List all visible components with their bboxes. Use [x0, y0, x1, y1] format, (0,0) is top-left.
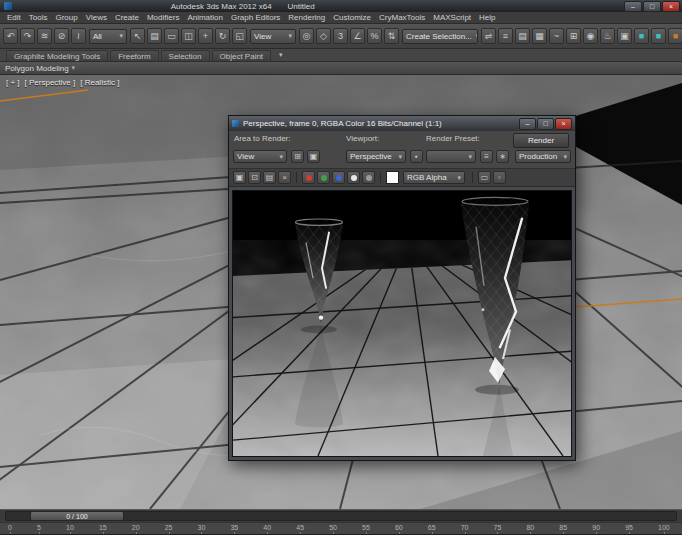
menu-item[interactable]: Edit [3, 13, 25, 22]
ribbon-tab[interactable]: Object Paint [212, 50, 272, 61]
menu-item[interactable]: Animation [183, 13, 227, 22]
red-channel-icon[interactable] [302, 171, 315, 184]
minimize-button[interactable]: – [624, 1, 642, 12]
lock-icon[interactable]: ▪ [410, 150, 423, 163]
ribbon-collapse-button[interactable]: ▾ [279, 51, 283, 59]
alpha-channel-icon[interactable] [362, 171, 375, 184]
undo-icon[interactable]: ↶ [3, 28, 18, 44]
viewport-label-segment[interactable]: [ + ] [6, 78, 20, 87]
image-layers-icon[interactable]: ▫ [493, 171, 506, 184]
menu-item[interactable]: CryMaxTools [375, 13, 429, 22]
selection-filter-dropdown[interactable]: All ▾ [89, 29, 127, 44]
maximize-button[interactable]: □ [643, 1, 661, 12]
edit-region-icon[interactable]: ⊞ [291, 150, 304, 163]
menu-item[interactable]: Views [82, 13, 111, 22]
menu-item[interactable]: Customize [329, 13, 375, 22]
timeline-tick: 100 [658, 523, 670, 534]
graphite-ribbon-icon[interactable]: ▦ [532, 28, 547, 44]
pixel-color-swatch[interactable] [386, 171, 399, 184]
timeline-tick: 95 [625, 523, 633, 534]
channel-dot [306, 175, 312, 181]
crymax-tool-icon-2[interactable]: ■ [651, 28, 666, 44]
color-clipboard-icon[interactable]: ▭ [478, 171, 491, 184]
named-selection-value: Create Selection... [406, 32, 472, 41]
reference-coordinate-dropdown[interactable]: View ▾ [250, 29, 296, 44]
ribbon-tab[interactable]: Freeform [110, 50, 158, 61]
render-setup-icon[interactable]: ≡ [480, 150, 493, 163]
rendered-frame-window-icon[interactable]: ▣ [617, 28, 632, 44]
viewport-dropdown[interactable]: Perspective ▾ [346, 150, 406, 163]
blue-channel-icon[interactable] [332, 171, 345, 184]
select-and-manipulate-icon[interactable]: ◇ [316, 28, 331, 44]
clear-image-icon[interactable]: × [278, 171, 291, 184]
select-and-link-icon[interactable]: ≋ [37, 28, 52, 44]
viewport-label-segment[interactable]: [ Perspective ] [25, 78, 76, 87]
select-and-rotate-icon[interactable]: ↻ [215, 28, 230, 44]
menu-item[interactable]: Graph Editors [227, 13, 284, 22]
window-title: Autodesk 3ds Max 2012 x64 Untitled [171, 2, 315, 11]
select-and-move-icon[interactable]: + [198, 28, 213, 44]
crymax-tool-icon-1[interactable]: ■ [634, 28, 649, 44]
align-icon[interactable]: ≡ [498, 28, 513, 44]
bind-to-space-warp-icon[interactable]: ≀ [71, 28, 86, 44]
use-pivot-center-icon[interactable]: ◎ [299, 28, 314, 44]
angle-snap-icon[interactable]: ∠ [350, 28, 365, 44]
timeline-tick: 80 [526, 523, 534, 534]
area-to-render-dropdown[interactable]: View ▾ [233, 150, 287, 163]
select-by-name-icon[interactable]: ▤ [147, 28, 162, 44]
menu-item[interactable]: Modifiers [143, 13, 183, 22]
viewport-label-segment[interactable]: [ Realistic ] [80, 78, 119, 87]
percent-snap-icon[interactable]: % [367, 28, 382, 44]
ribbon-tab[interactable]: Graphite Modeling Tools [6, 50, 108, 61]
time-slider[interactable]: 0 / 100 [0, 509, 682, 522]
named-selection-dropdown[interactable]: Create Selection... ▾ [402, 29, 478, 44]
render-button[interactable]: Render [513, 133, 569, 148]
reference-coordinate-value: View [254, 32, 271, 41]
print-image-icon[interactable]: ▤ [263, 171, 276, 184]
window-crossing-icon[interactable]: ◫ [181, 28, 196, 44]
render-preset-dropdown[interactable]: ▾ [426, 150, 476, 163]
layer-manager-icon[interactable]: ▤ [515, 28, 530, 44]
menu-item[interactable]: Group [51, 13, 81, 22]
environment-icon[interactable]: ∗ [496, 150, 509, 163]
mirror-icon[interactable]: ⇌ [481, 28, 496, 44]
menu-item[interactable]: Help [475, 13, 499, 22]
menu-item[interactable]: Rendering [284, 13, 329, 22]
production-mode-dropdown[interactable]: Production ▾ [515, 150, 571, 163]
material-editor-icon[interactable]: ◉ [583, 28, 598, 44]
menu-item[interactable]: MAXScript [429, 13, 475, 22]
green-channel-icon[interactable] [317, 171, 330, 184]
select-object-icon[interactable]: ↖ [130, 28, 145, 44]
render-close-button[interactable]: × [555, 118, 572, 130]
polygon-modeling-bar[interactable]: Polygon Modeling ▾ [0, 62, 682, 75]
close-button[interactable]: × [662, 1, 680, 12]
timeline-tick: 35 [230, 523, 238, 534]
render-window-title-bar[interactable]: Perspective, frame 0, RGBA Color 16 Bits… [229, 116, 575, 131]
menu-item[interactable]: Tools [25, 13, 52, 22]
redo-icon[interactable]: ↷ [20, 28, 35, 44]
select-and-scale-icon[interactable]: ◱ [232, 28, 247, 44]
document-title: Untitled [288, 2, 315, 11]
app-logo-icon [4, 2, 12, 10]
snaps-toggle-icon[interactable]: 3 [333, 28, 348, 44]
render-setup-icon[interactable]: ♨ [600, 28, 615, 44]
time-slider-handle[interactable]: 0 / 100 [30, 511, 124, 521]
timeline-ruler[interactable]: 0510152025303540455055606570758085909510… [0, 522, 682, 534]
render-minimize-button[interactable]: – [519, 118, 536, 130]
clone-rendered-frame-icon[interactable]: ⊡ [248, 171, 261, 184]
selection-region-icon[interactable]: ▭ [164, 28, 179, 44]
menu-item[interactable]: Create [111, 13, 143, 22]
ribbon-tab[interactable]: Selection [161, 50, 210, 61]
unlink-selection-icon[interactable]: ⊘ [54, 28, 69, 44]
save-image-icon[interactable]: ▣ [233, 171, 246, 184]
crymax-tool-icon-3[interactable]: ■ [668, 28, 682, 44]
render-maximize-button[interactable]: □ [537, 118, 554, 130]
auto-region-icon[interactable]: ▣ [307, 150, 320, 163]
monochrome-icon[interactable] [347, 171, 360, 184]
rendered-frame-window: Perspective, frame 0, RGBA Color 16 Bits… [228, 115, 576, 461]
schematic-view-icon[interactable]: ⊞ [566, 28, 581, 44]
channel-display-dropdown[interactable]: RGB Alpha ▾ [403, 171, 465, 184]
curve-editor-icon[interactable]: ~ [549, 28, 564, 44]
area-to-render-value: View [237, 152, 254, 161]
spinner-snap-icon[interactable]: ⇅ [384, 28, 399, 44]
